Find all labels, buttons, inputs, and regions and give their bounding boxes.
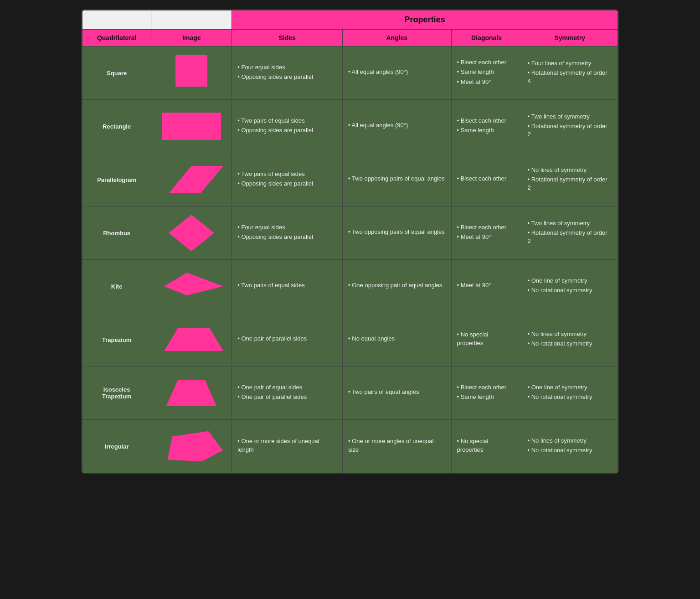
list-item: Bisect each other bbox=[457, 175, 516, 183]
list-item: Bisect each other bbox=[457, 383, 516, 392]
list-item: Same length bbox=[457, 68, 516, 76]
diagonals-cell: Bisect each otherSame length bbox=[451, 367, 522, 420]
list-item: Four lines of symmetry bbox=[528, 59, 612, 67]
list-item: No lines of symmetry bbox=[528, 330, 612, 338]
shape-image bbox=[151, 313, 232, 367]
list-item: No rotational symmetry bbox=[528, 393, 612, 401]
shape-image bbox=[151, 46, 232, 100]
symmetry-cell: No lines of symmetryNo rotational symmet… bbox=[522, 313, 618, 367]
sides-cell: Four equal sidesOpposing sides are paral… bbox=[232, 207, 343, 260]
list-item: One pair of parallel sides bbox=[237, 335, 337, 343]
main-table-container: Properties Quadrilateral Image Sides Ang… bbox=[81, 9, 619, 474]
diagonals-cell: Bisect each otherMeet at 90° bbox=[451, 207, 522, 260]
list-item: No rotational symmetry bbox=[528, 446, 612, 454]
quadrilateral-name: Rectangle bbox=[82, 100, 151, 153]
table-row: Isosceles TrapeziumOne pair of equal sid… bbox=[82, 367, 618, 420]
svg-marker-3 bbox=[169, 215, 214, 251]
sides-cell: Two pairs of equal sidesOpposing sides a… bbox=[232, 100, 343, 153]
list-item: One line of symmetry bbox=[528, 383, 612, 392]
shape-image bbox=[151, 260, 232, 313]
list-item: Four equal sides bbox=[237, 223, 337, 232]
table-row: RhombusFour equal sidesOpposing sides ar… bbox=[82, 207, 618, 260]
symmetry-cell: Four lines of symmetryRotational symmetr… bbox=[522, 46, 618, 100]
list-item: Two pairs of equal angles bbox=[348, 388, 445, 396]
table-row: KiteTwo pairs of equal sidesOne opposing… bbox=[82, 260, 618, 313]
table-row: TrapeziumOne pair of parallel sidesNo eq… bbox=[82, 313, 618, 367]
quadrilateral-name: Rhombus bbox=[82, 207, 151, 260]
list-item: Bisect each other bbox=[457, 58, 516, 67]
table-row: IrregularOne or more sides of unequal le… bbox=[82, 420, 618, 473]
symmetry-cell: One line of symmetryNo rotational symmet… bbox=[522, 367, 618, 420]
svg-marker-6 bbox=[166, 380, 216, 406]
properties-header: Properties bbox=[232, 10, 618, 30]
quadrilateral-name: Square bbox=[82, 46, 151, 100]
angles-cell: Two opposing pairs of equal angles bbox=[343, 153, 451, 207]
list-item: No special properties bbox=[457, 437, 516, 454]
list-item: Two pairs of equal sides bbox=[237, 170, 337, 178]
list-item: One pair of parallel sides bbox=[237, 393, 337, 401]
diagonals-cell: No special properties bbox=[451, 420, 522, 473]
svg-marker-7 bbox=[165, 430, 224, 464]
list-item: Rotational symmetry of order 2 bbox=[528, 229, 612, 245]
shape-image bbox=[151, 207, 232, 260]
corner-empty2 bbox=[151, 10, 232, 30]
diagonals-cell: Bisect each otherSame lengthMeet at 90° bbox=[451, 46, 522, 100]
list-item: No lines of symmetry bbox=[528, 166, 612, 174]
list-item: Opposing sides are parallel bbox=[237, 126, 337, 134]
list-item: Four equal sides bbox=[237, 63, 337, 72]
col-symmetry: Symmetry bbox=[522, 30, 618, 46]
col-sides: Sides bbox=[232, 30, 343, 46]
shape-image bbox=[151, 100, 232, 153]
list-item: One line of symmetry bbox=[528, 277, 612, 285]
sides-cell: Two pairs of equal sidesOpposing sides a… bbox=[232, 153, 343, 207]
list-item: Two pairs of equal sides bbox=[237, 117, 337, 125]
list-item: Same length bbox=[457, 126, 516, 134]
list-item: One pair of equal sides bbox=[237, 383, 337, 392]
col-diagonals: Diagonals bbox=[451, 30, 522, 46]
list-item: No rotational symmetry bbox=[528, 286, 612, 294]
shape-image bbox=[151, 420, 232, 473]
diagonals-cell: Meet at 90° bbox=[451, 260, 522, 313]
sides-cell: Two pairs of equal sides bbox=[232, 260, 343, 313]
list-item: Two opposing pairs of equal angles bbox=[348, 175, 445, 183]
list-item: One or more angles of unequal size bbox=[348, 437, 445, 454]
angles-cell: All equal angles (90°) bbox=[343, 46, 451, 100]
list-item: Rotational symmetry of order 2 bbox=[528, 176, 612, 192]
list-item: No lines of symmetry bbox=[528, 437, 612, 445]
table-row: ParallelogramTwo pairs of equal sidesOpp… bbox=[82, 153, 618, 207]
quadrilateral-name: Parallelogram bbox=[82, 153, 151, 207]
col-angles: Angles bbox=[343, 30, 451, 46]
sides-cell: Four equal sidesOpposing sides are paral… bbox=[232, 46, 343, 100]
list-item: Same length bbox=[457, 393, 516, 401]
list-item: Two lines of symmetry bbox=[528, 219, 612, 227]
list-item: Opposing sides are parallel bbox=[237, 233, 337, 241]
angles-cell: Two opposing pairs of equal angles bbox=[343, 207, 451, 260]
list-item: Opposing sides are parallel bbox=[237, 180, 337, 188]
angles-cell: No equal angles bbox=[343, 313, 451, 367]
list-item: Meet at 90° bbox=[457, 281, 516, 289]
symmetry-cell: No lines of symmetryNo rotational symmet… bbox=[522, 420, 618, 473]
quadrilateral-name: Kite bbox=[82, 260, 151, 313]
quadrilateral-name: Trapezium bbox=[82, 313, 151, 367]
list-item: Rotational symmetry of order 2 bbox=[528, 122, 612, 139]
table-row: RectangleTwo pairs of equal sidesOpposin… bbox=[82, 100, 618, 153]
corner-empty bbox=[82, 10, 151, 30]
angles-cell: One opposing pair of equal angles bbox=[343, 260, 451, 313]
symmetry-cell: Two lines of symmetryRotational symmetry… bbox=[522, 207, 618, 260]
sides-cell: One pair of equal sidesOne pair of paral… bbox=[232, 367, 343, 420]
svg-marker-4 bbox=[164, 273, 223, 295]
diagonals-cell: Bisect each otherSame length bbox=[451, 100, 522, 153]
symmetry-cell: One line of symmetryNo rotational symmet… bbox=[522, 260, 618, 313]
sides-cell: One or more sides of unequal length bbox=[232, 420, 343, 473]
list-item: All equal angles (90°) bbox=[348, 121, 445, 129]
list-item: Meet at 90° bbox=[457, 233, 516, 241]
list-item: One opposing pair of equal angles bbox=[348, 281, 445, 289]
col-image: Image bbox=[151, 30, 232, 46]
table-row: SquareFour equal sidesOpposing sides are… bbox=[82, 46, 618, 100]
svg-rect-1 bbox=[162, 113, 221, 140]
list-item: Bisect each other bbox=[457, 117, 516, 125]
quadrilateral-name: Irregular bbox=[82, 420, 151, 473]
list-item: Two pairs of equal sides bbox=[237, 281, 337, 289]
list-item: Opposing sides are parallel bbox=[237, 73, 337, 81]
list-item: Rotational symmetry of order 4 bbox=[528, 69, 612, 85]
